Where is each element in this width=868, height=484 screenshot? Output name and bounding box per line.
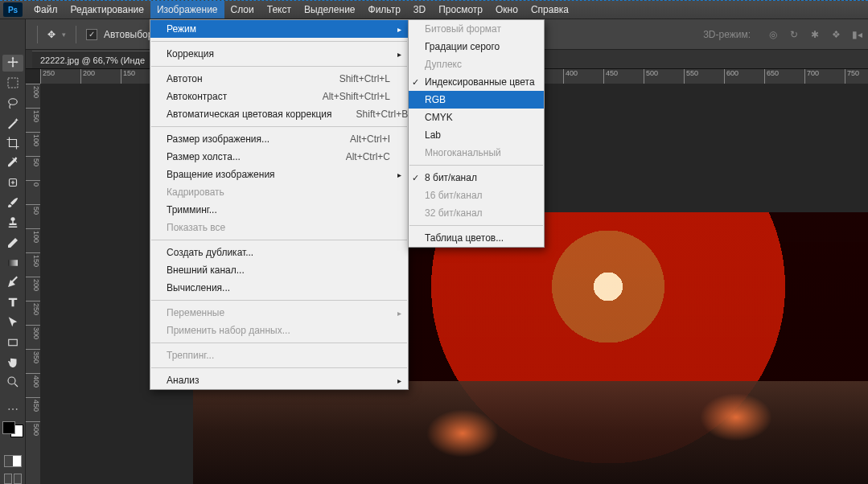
menu-item-rotation[interactable]: Вращение изображения — [150, 166, 408, 183]
document-tab[interactable]: 22222.jpg @ 66,7% (Инде — [32, 51, 154, 68]
mode-item-rgb[interactable]: RGB — [409, 91, 544, 109]
menu-item-trap: Треппинг... — [150, 347, 408, 364]
menu-edit[interactable]: Редактирование — [64, 1, 150, 18]
canvas-glow — [426, 409, 499, 457]
menu-item-apply-image[interactable]: Внешний канал... — [150, 261, 408, 279]
mode-item-8bit[interactable]: ✓8 бит/канал — [409, 169, 544, 187]
healing-tool[interactable] — [2, 174, 23, 191]
menu-item-analysis[interactable]: Анализ — [150, 371, 408, 389]
divider — [37, 26, 38, 43]
mode-item-bitmap: Битовый формат — [409, 20, 544, 38]
menu-file[interactable]: Файл — [27, 1, 64, 18]
svg-rect-4 — [8, 339, 17, 346]
edit-toolbar-icon[interactable]: ⋯ — [2, 401, 23, 418]
menu-item-calculations[interactable]: Вычисления... — [150, 279, 408, 297]
mode-item-32bit: 32 бит/канал — [409, 204, 544, 222]
rectangle-tool[interactable] — [2, 334, 23, 351]
crop-tool[interactable] — [2, 134, 23, 151]
lasso-tool[interactable] — [2, 95, 23, 112]
mode-item-grayscale[interactable]: Градации серого — [409, 38, 544, 55]
mode-item-16bit: 16 бит/канал — [409, 187, 544, 204]
menu-3d[interactable]: 3D — [407, 1, 432, 18]
menu-help[interactable]: Справка — [525, 1, 575, 18]
svg-rect-0 — [8, 78, 18, 88]
foreground-color-swatch[interactable] — [2, 421, 15, 434]
dropdown-caret-icon[interactable]: ▾ — [62, 31, 66, 39]
tools-panel: ⋯ — [0, 19, 26, 484]
menu-item-crop: Кадрировать — [150, 183, 408, 201]
mode-item-duotone: Дуплекс — [409, 55, 544, 73]
menu-select[interactable]: Выделение — [298, 1, 362, 18]
menu-text[interactable]: Текст — [261, 1, 298, 18]
divider — [76, 26, 76, 43]
3d-mode-icons: ◎ ↻ ✱ ❖ ▮◂ — [767, 28, 863, 41]
screen-mode-toggle[interactable] — [4, 474, 22, 484]
brush-tool[interactable] — [2, 195, 23, 211]
zoom-tool[interactable] — [2, 374, 23, 391]
menu-window[interactable]: Окно — [489, 1, 525, 18]
canvas-image-ground — [193, 381, 868, 484]
mode-item-multichannel: Многоканальный — [409, 144, 544, 162]
gradient-tool[interactable] — [2, 254, 23, 271]
eyedropper-tool[interactable] — [2, 154, 23, 171]
ruler-vertical: 2001501005005010015020025030035040045050… — [26, 84, 40, 484]
path-select-tool[interactable] — [2, 314, 23, 331]
rotate-3d-icon[interactable]: ↻ — [788, 28, 800, 41]
scale-3d-icon[interactable]: ✱ — [808, 28, 821, 41]
type-tool[interactable] — [2, 294, 23, 311]
marquee-tool[interactable] — [2, 75, 23, 92]
mode-item-color-table[interactable]: Таблица цветов... — [409, 229, 544, 247]
mode-item-cmyk[interactable]: CMYK — [409, 109, 544, 126]
image-menu-dropdown: Режим Коррекция АвтотонShift+Ctrl+L Авто… — [150, 19, 409, 390]
color-swatches[interactable] — [2, 421, 23, 438]
svg-point-1 — [8, 99, 17, 105]
pen-tool[interactable] — [2, 274, 23, 291]
menu-layers[interactable]: Слои — [224, 1, 261, 18]
mode-item-indexed[interactable]: ✓Индексированные цвета — [409, 73, 544, 91]
menu-filter[interactable]: Фильтр — [362, 1, 407, 18]
menu-item-trim[interactable]: Тримминг... — [150, 201, 408, 219]
menu-item-autotone[interactable]: АвтотонShift+Ctrl+L — [150, 70, 408, 88]
pan-3d-icon[interactable]: ❖ — [829, 28, 842, 41]
menu-item-canvas-size[interactable]: Размер холста...Alt+Ctrl+C — [150, 148, 408, 166]
menu-view[interactable]: Просмотр — [432, 1, 489, 18]
wand-tool[interactable] — [2, 114, 23, 131]
menu-bar: Ps Файл Редактирование Изображение Слои … — [0, 0, 868, 19]
menu-item-variables: Переменные — [150, 304, 408, 322]
menu-item-apply-dataset: Применить набор данных... — [150, 322, 408, 339]
menu-item-reveal-all: Показать все — [150, 219, 408, 236]
svg-point-5 — [8, 377, 15, 384]
app-logo: Ps — [3, 2, 23, 17]
canvas-glow — [700, 393, 772, 441]
menu-item-autocolor[interactable]: Автоматическая цветовая коррекцияShift+C… — [150, 105, 408, 123]
mode-item-lab[interactable]: Lab — [409, 126, 544, 144]
menu-item-mode[interactable]: Режим — [150, 20, 408, 38]
auto-select-label: Автовыбор: — [104, 29, 156, 40]
menu-item-autocontrast[interactable]: АвтоконтрастAlt+Shift+Ctrl+L — [150, 88, 408, 105]
svg-rect-3 — [8, 260, 18, 266]
stamp-tool[interactable] — [2, 215, 23, 232]
move-tool[interactable] — [2, 55, 23, 72]
quick-mask-toggle[interactable] — [4, 455, 22, 467]
menu-item-duplicate[interactable]: Создать дубликат... — [150, 244, 408, 261]
orbit-3d-icon[interactable]: ◎ — [767, 28, 780, 41]
3d-mode-label: 3D-режим: — [703, 29, 751, 40]
menu-item-image-size[interactable]: Размер изображения...Alt+Ctrl+I — [150, 130, 408, 148]
mode-submenu: Битовый формат Градации серого Дуплекс ✓… — [408, 19, 545, 248]
eraser-tool[interactable] — [2, 234, 23, 251]
camera-3d-icon[interactable]: ▮◂ — [850, 28, 863, 41]
auto-select-checkbox[interactable]: ✓ — [86, 29, 97, 40]
move-tool-icon: ✥ — [47, 29, 56, 40]
menu-item-correction[interactable]: Коррекция — [150, 45, 408, 63]
hand-tool[interactable] — [2, 354, 23, 371]
menu-image[interactable]: Изображение — [150, 1, 224, 18]
